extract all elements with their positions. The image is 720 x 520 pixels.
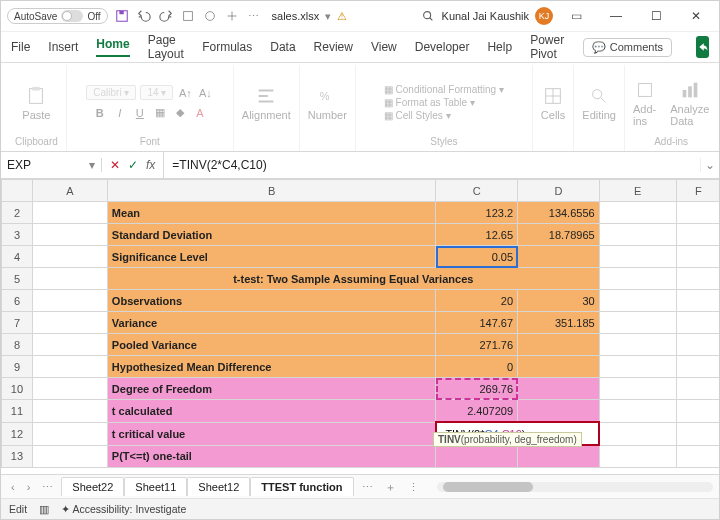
row-header-13[interactable]: 13 [2,445,33,468]
number-button[interactable]: % Number [308,85,347,121]
increase-font-icon[interactable]: A↑ [177,85,193,101]
cell-A4[interactable] [32,246,107,268]
maximize-icon[interactable]: ☐ [639,9,673,23]
cell-D13[interactable] [518,445,600,468]
sheet-tab-sheet11[interactable]: Sheet11 [124,477,187,496]
cell-F3[interactable] [676,224,720,246]
italic-icon[interactable]: I [112,105,128,121]
name-box[interactable]: EXP ▾ [1,158,102,172]
row-header-5[interactable]: 5 [2,268,33,290]
tab-insert[interactable]: Insert [48,40,78,54]
underline-icon[interactable]: U [132,105,148,121]
addins-button[interactable]: Add-ins [633,79,656,127]
name-box-dropdown-icon[interactable]: ▾ [89,158,95,172]
cell-F7[interactable] [676,312,720,334]
cell-merged-row5[interactable]: t-test: Two Sample Assuming Equal Varian… [107,268,599,290]
sheet-tab-overflow-icon[interactable]: ⋯ [358,481,377,494]
cell-C11[interactable]: 2.407209 [436,400,518,423]
cell-E4[interactable] [599,246,676,268]
cell-B4[interactable]: Significance Level [107,246,436,268]
cell-B7[interactable]: Variance [107,312,436,334]
cell-B12[interactable]: t critical value [107,422,436,445]
cell-D3[interactable]: 18.78965 [518,224,600,246]
col-header-E[interactable]: E [599,180,676,202]
stats-icon[interactable]: ▥ [39,503,49,515]
tab-help[interactable]: Help [487,40,512,54]
cell-E10[interactable] [599,378,676,400]
row-header-3[interactable]: 3 [2,224,33,246]
sheet-tab-sheet12[interactable]: Sheet12 [187,477,250,496]
cell-A6[interactable] [32,290,107,312]
cell-C7[interactable]: 147.67 [436,312,518,334]
tab-review[interactable]: Review [314,40,353,54]
analyze-data-button[interactable]: Analyze Data [670,79,709,127]
sheet-nav-more-icon[interactable]: ⋯ [38,481,57,494]
sheet-tab-sheet22[interactable]: Sheet22 [61,477,124,496]
tab-power-pivot[interactable]: Power Pivot [530,33,565,61]
row-header-9[interactable]: 9 [2,356,33,378]
cell-F11[interactable] [676,400,720,423]
tab-file[interactable]: File [11,40,30,54]
cell-F6[interactable] [676,290,720,312]
cell-B2[interactable]: Mean [107,202,436,224]
cell-F4[interactable] [676,246,720,268]
cell-D8[interactable] [518,334,600,356]
cells-button[interactable]: Cells [541,85,565,121]
cell-C10[interactable]: 269.76 [436,378,518,400]
accessibility-status[interactable]: ✦ Accessibility: Investigate [61,503,186,515]
row-header-12[interactable]: 12 [2,422,33,445]
row-header-10[interactable]: 10 [2,378,33,400]
cell-E12[interactable] [599,422,676,445]
qat-overflow-icon[interactable]: ⋯ [246,8,262,24]
autosave-toggle[interactable]: AutoSave Off [7,8,108,24]
cell-A12[interactable] [32,422,107,445]
select-all-corner[interactable] [2,180,33,202]
cell-E8[interactable] [599,334,676,356]
cell-E7[interactable] [599,312,676,334]
cell-E11[interactable] [599,400,676,423]
cell-styles-button[interactable]: ▦ Cell Styles ▾ [384,110,451,121]
cell-D6[interactable]: 30 [518,290,600,312]
row-header-7[interactable]: 7 [2,312,33,334]
cell-D10[interactable] [518,378,600,400]
bold-icon[interactable]: B [92,105,108,121]
cell-F2[interactable] [676,202,720,224]
close-icon[interactable]: ✕ [679,9,713,23]
tab-formulas[interactable]: Formulas [202,40,252,54]
window-compact-icon[interactable]: ▭ [559,9,593,23]
cell-B10[interactable]: Degree of Freedom [107,378,436,400]
font-size-select[interactable]: 14 ▾ [140,85,173,100]
cancel-formula-icon[interactable]: ✕ [110,158,120,172]
tab-page-layout[interactable]: Page Layout [148,33,185,61]
cell-A7[interactable] [32,312,107,334]
cell-E9[interactable] [599,356,676,378]
accept-formula-icon[interactable]: ✓ [128,158,138,172]
cell-B13[interactable]: P(T<=t) one-tail [107,445,436,468]
fill-color-icon[interactable]: ◆ [172,105,188,121]
qat-icon-3[interactable] [224,8,240,24]
cell-B6[interactable]: Observations [107,290,436,312]
alignment-button[interactable]: Alignment [242,85,291,121]
font-color-icon[interactable]: A [192,105,208,121]
row-header-2[interactable]: 2 [2,202,33,224]
qat-icon-2[interactable] [202,8,218,24]
formula-bar-expand-icon[interactable]: ⌄ [700,158,719,172]
redo-icon[interactable] [158,8,174,24]
search-icon[interactable] [420,8,436,24]
cell-A3[interactable] [32,224,107,246]
cell-A10[interactable] [32,378,107,400]
save-icon[interactable] [114,8,130,24]
fx-icon[interactable]: fx [146,158,155,172]
minimize-icon[interactable]: — [599,9,633,23]
cell-B3[interactable]: Standard Deviation [107,224,436,246]
comments-button[interactable]: 💬 Comments [583,38,672,57]
cell-D4[interactable] [518,246,600,268]
col-header-C[interactable]: C [436,180,518,202]
cell-C9[interactable]: 0 [436,356,518,378]
cell-A2[interactable] [32,202,107,224]
row-header-6[interactable]: 6 [2,290,33,312]
undo-icon[interactable] [136,8,152,24]
cell-C8[interactable]: 271.76 [436,334,518,356]
tab-data[interactable]: Data [270,40,295,54]
cell-A13[interactable] [32,445,107,468]
